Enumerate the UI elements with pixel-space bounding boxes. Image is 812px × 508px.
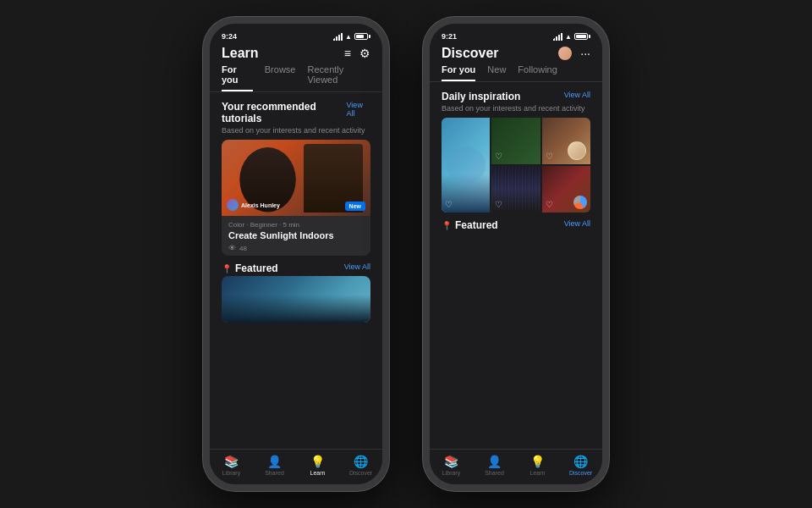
featured-image <box>222 276 370 323</box>
status-icons-2: ▲ <box>553 33 590 41</box>
view-count: 48 <box>239 245 247 252</box>
featured-header: 📍 Featured View All <box>222 262 370 274</box>
app-title-2: Discover <box>442 46 499 61</box>
status-icons: ▲ <box>333 33 370 41</box>
wifi-icon-2: ▲ <box>565 33 572 41</box>
app-title: Learn <box>222 46 259 61</box>
notch <box>254 24 338 42</box>
phone-frame-learn: 9:24 ▲ <box>203 17 389 491</box>
wifi-icon: ▲ <box>345 33 352 41</box>
nav-shared[interactable]: 👤 Shared <box>253 455 296 476</box>
grid-cell-tr2[interactable]: ♡ <box>542 118 590 164</box>
location-pin-icon-2: 📍 <box>442 221 452 230</box>
tabs-bar-2: For you New Following <box>430 64 602 82</box>
nav-library-label: Library <box>222 470 240 476</box>
featured-section-2: 📍 Featured View All <box>442 219 590 231</box>
nav-library-2[interactable]: 📚 Library <box>430 455 473 476</box>
section-recommended-header: Your recommended tutorials View All <box>222 101 370 124</box>
tab-for-you[interactable]: For you <box>222 64 253 91</box>
discover-icon-2: 🌐 <box>573 455 588 468</box>
filter-icon[interactable]: ≡ <box>344 47 351 60</box>
nav-discover-label: Discover <box>349 470 372 476</box>
featured-title-2: Featured <box>455 219 498 231</box>
phone-discover: 9:21 ▲ <box>423 17 609 491</box>
badge-new: New <box>345 202 365 211</box>
grid-cell-large[interactable]: ♡ <box>442 118 490 213</box>
heart-icon-large[interactable]: ♡ <box>445 200 453 209</box>
inspiration-subtitle: Based on your interests and recent activ… <box>442 104 590 113</box>
nav-library[interactable]: 📚 Library <box>210 455 253 476</box>
library-icon: 📚 <box>224 455 239 468</box>
notch-2 <box>474 24 558 42</box>
nav-shared-label: Shared <box>265 470 284 476</box>
phone-learn: 9:24 ▲ <box>203 17 389 491</box>
user-name: Alexis Hunley <box>241 202 280 208</box>
inspiration-title: Daily inspiration <box>442 91 520 102</box>
grid-cell-br2[interactable]: ♡ <box>542 166 590 213</box>
heart-icon-1[interactable]: ♡ <box>495 152 502 161</box>
view-all-inspiration[interactable]: View All <box>564 91 590 99</box>
featured-title-row-2: 📍 Featured <box>442 219 498 231</box>
tab-recently-viewed[interactable]: Recently Viewed <box>307 64 370 91</box>
nav-learn-label-2: Learn <box>530 470 546 476</box>
shared-icon-2: 👤 <box>487 455 502 468</box>
nav-shared-2[interactable]: 👤 Shared <box>473 455 516 476</box>
heart-icon-2[interactable]: ♡ <box>546 152 553 161</box>
time-display: 9:24 <box>222 32 237 41</box>
content-area-2: Daily inspiration View All Based on your… <box>430 82 602 449</box>
nav-discover[interactable]: 🌐 Discover <box>339 455 382 476</box>
grid-cell-tr1[interactable]: ♡ <box>491 118 540 164</box>
time-display-2: 9:21 <box>442 32 457 41</box>
location-pin-icon: 📍 <box>222 264 232 273</box>
shared-icon: 👤 <box>267 455 282 468</box>
app-header-2: Discover ··· <box>430 42 602 64</box>
more-icon[interactable]: ··· <box>580 47 590 60</box>
learn-icon-2: 💡 <box>530 455 545 468</box>
city-skyline <box>222 295 370 323</box>
content-area: Your recommended tutorials View All Base… <box>210 92 382 449</box>
nav-learn[interactable]: 💡 Learn <box>296 455 339 476</box>
header-icons-2: ··· <box>558 47 590 60</box>
grid-cell-br1[interactable]: ♡ <box>491 166 540 213</box>
tab-following[interactable]: Following <box>518 64 557 81</box>
card-title: Create Sunlight Indoors <box>228 230 364 240</box>
user-avatar-header[interactable] <box>558 47 572 60</box>
nav-library-label-2: Library <box>442 470 460 476</box>
featured-title: Featured <box>235 262 278 274</box>
screen-learn: 9:24 ▲ <box>210 24 382 484</box>
nav-learn-2[interactable]: 💡 Learn <box>516 455 559 476</box>
nav-discover-label-2: Discover <box>569 470 592 476</box>
view-all-featured-2[interactable]: View All <box>564 219 590 228</box>
battery-icon-2 <box>574 33 590 40</box>
tab-browse[interactable]: Browse <box>265 64 296 91</box>
card-meta: Color · Beginner · 5 min Create Sunlight… <box>222 216 370 256</box>
heart-icon-3[interactable]: ♡ <box>495 200 502 209</box>
view-all-featured[interactable]: View All <box>344 262 370 271</box>
heart-icon-4[interactable]: ♡ <box>546 200 553 209</box>
learn-icon: 💡 <box>310 455 325 468</box>
featured-title-row: 📍 Featured <box>222 262 278 274</box>
library-icon-2: 📚 <box>444 455 458 468</box>
featured-card[interactable] <box>222 276 370 323</box>
phone-frame-discover: 9:21 ▲ <box>423 17 609 491</box>
bottom-nav-2: 📚 Library 👤 Shared 💡 Learn 🌐 Discover <box>430 449 602 484</box>
avatar-small <box>227 199 239 211</box>
tab-new[interactable]: New <box>487 64 506 81</box>
nav-shared-label-2: Shared <box>485 470 504 476</box>
header-icons: ≡ ⚙ <box>344 47 370 60</box>
grid-image-coast <box>442 118 490 213</box>
tab-for-you-2[interactable]: For you <box>442 64 475 81</box>
view-all-recommended[interactable]: View All <box>347 101 370 118</box>
battery-icon <box>354 33 370 40</box>
recommended-subtitle: Based on your interests and recent activ… <box>222 126 370 135</box>
card-user-label: Alexis Hunley <box>227 199 280 211</box>
tabs-bar: For you Browse Recently Viewed <box>210 64 382 92</box>
card-stats: 👁 48 <box>228 244 364 252</box>
eye-icon: 👁 <box>228 244 236 252</box>
tutorial-card[interactable]: Alexis Hunley New Color · Beginner · 5 m… <box>222 140 370 256</box>
settings-icon[interactable]: ⚙ <box>359 47 370 60</box>
discover-icon: 🌐 <box>354 455 368 468</box>
nav-discover-2[interactable]: 🌐 Discover <box>559 455 602 476</box>
recommended-title: Your recommended tutorials <box>222 101 347 124</box>
app-header: Learn ≡ ⚙ <box>210 42 382 64</box>
